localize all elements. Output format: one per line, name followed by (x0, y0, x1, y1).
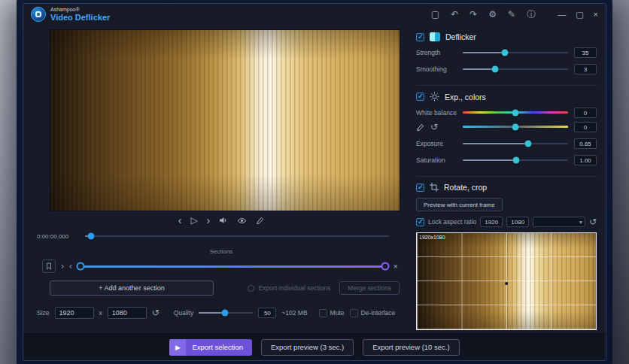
export-selection-button[interactable]: ▶ Export selection (169, 339, 252, 356)
next-frame-button[interactable]: › (207, 215, 211, 226)
remove-section-button[interactable]: × (394, 262, 398, 271)
crop-reset-icon[interactable]: ↺ (589, 217, 597, 226)
crop-width-input[interactable] (480, 217, 503, 227)
info-icon[interactable]: ⓘ (527, 10, 536, 19)
saturation-row: Saturation (416, 155, 597, 165)
mute-option[interactable]: Mute (319, 309, 345, 317)
section-start-handle[interactable] (77, 262, 85, 271)
titlebar: Ashampoo® Video Deflicker ▢ ↶ ↷ ⚙ ✎ ⓘ — … (23, 4, 606, 25)
main-content: ‹ ▷ › 0:00:00.000 Se (23, 25, 606, 333)
width-input[interactable] (55, 307, 94, 319)
redo-icon[interactable]: ↷ (469, 10, 477, 19)
exposure-row: Exposure (416, 138, 597, 149)
app-window: Ashampoo® Video Deflicker ▢ ↶ ↷ ⚙ ✎ ⓘ — … (23, 3, 606, 361)
tint-slider[interactable] (463, 123, 568, 132)
color-picker-icon[interactable] (256, 217, 264, 225)
export-selection-label: Export selection (192, 343, 243, 351)
strength-slider[interactable] (463, 48, 568, 57)
export-preview-10-button[interactable]: Export preview (10 sec.) (363, 339, 459, 356)
merge-sections-button[interactable]: Merge sections (339, 281, 400, 295)
quality-slider[interactable] (199, 308, 253, 317)
exposure-slider[interactable] (463, 139, 568, 148)
aspect-ratio-dropdown[interactable]: ▾ (533, 217, 585, 227)
white-balance-reset-icon[interactable]: ↺ (430, 123, 438, 132)
exposure-slider-handle[interactable] (524, 141, 531, 147)
saturation-value[interactable] (574, 155, 597, 165)
smoothing-slider[interactable] (463, 65, 568, 74)
white-balance-slider[interactable] (463, 108, 568, 117)
smoothing-row: Smoothing (416, 64, 597, 74)
volume-icon[interactable] (219, 217, 228, 224)
export-individual-option[interactable]: Export individual sections (248, 284, 330, 292)
smoothing-slider-handle[interactable] (492, 66, 499, 73)
aspect-ratio-row: Lock aspect ratio ▾ ↺ (416, 217, 597, 227)
left-column: ‹ ▷ › 0:00:00.000 Se (23, 25, 406, 333)
deinterlace-option[interactable]: De-interlace (350, 309, 396, 317)
tint-row: ↺ (416, 122, 597, 132)
tint-slider-handle[interactable] (512, 124, 519, 131)
minimize-button[interactable]: — (558, 11, 566, 19)
export-preview-3-button[interactable]: Export preview (3 sec.) (261, 339, 354, 356)
preview-current-frame-button[interactable]: Preview with current frame (416, 198, 503, 211)
timeline-slider[interactable] (85, 232, 389, 241)
deinterlace-checkbox[interactable] (350, 309, 358, 317)
appearance-icon[interactable]: ✎ (508, 10, 515, 19)
section-expand-left-icon[interactable]: ‹ (69, 262, 72, 271)
strength-slider-handle[interactable] (502, 50, 509, 56)
titlebar-actions: ▢ ↶ ↷ ⚙ ✎ ⓘ — ▢ × (431, 10, 598, 19)
undo-icon[interactable]: ↶ (451, 10, 458, 19)
divider (416, 85, 597, 86)
section-range-slider[interactable] (77, 261, 388, 271)
settings-gear-icon[interactable]: ⚙ (488, 10, 497, 19)
strength-value[interactable] (574, 47, 597, 58)
compare-eye-icon[interactable] (237, 217, 247, 224)
section-marker-button[interactable] (42, 259, 56, 273)
saturation-slider[interactable] (463, 156, 568, 165)
quality-value[interactable] (258, 308, 276, 318)
strength-row: Strength (416, 47, 597, 58)
lock-aspect-label: Lock aspect ratio (428, 218, 476, 226)
deflicker-header: Deflicker (416, 32, 597, 41)
crop-height-input[interactable] (506, 217, 529, 227)
tint-value[interactable] (574, 122, 597, 132)
section-expand-right-icon[interactable]: › (61, 262, 64, 271)
sections-title: Sections (37, 248, 406, 255)
quality-slider-handle[interactable] (221, 310, 228, 317)
pipette-icon[interactable] (416, 123, 424, 132)
deflicker-icon (430, 32, 440, 41)
size-reset-icon[interactable]: ↺ (152, 308, 160, 317)
add-section-button[interactable]: + Add another section (50, 281, 214, 296)
exp-colors-enable-checkbox[interactable] (416, 93, 424, 101)
quality-label: Quality (174, 309, 193, 317)
video-preview (50, 29, 400, 211)
timeline-slider-handle[interactable] (88, 233, 95, 240)
rotate-crop-header: Rotate, crop (416, 183, 597, 192)
mute-checkbox[interactable] (319, 309, 327, 317)
project-icon[interactable]: ▢ (431, 10, 439, 19)
play-button[interactable]: ▷ (190, 216, 197, 225)
white-balance-slider-handle[interactable] (512, 110, 519, 117)
saturation-slider-handle[interactable] (513, 157, 520, 164)
size-label: Size (37, 309, 50, 317)
height-input[interactable] (108, 307, 147, 319)
close-button[interactable]: × (594, 11, 598, 19)
white-balance-tools: ↺ (416, 123, 463, 132)
white-balance-value[interactable] (574, 108, 597, 118)
rotate-crop-title: Rotate, crop (444, 183, 487, 192)
mute-label: Mute (330, 309, 345, 317)
sun-icon (430, 92, 439, 102)
bookmark-icon (45, 262, 53, 270)
chevron-down-icon: ▾ (579, 219, 582, 226)
exposure-value[interactable] (574, 138, 597, 149)
exp-colors-header: Exp., colors (416, 92, 597, 102)
lock-aspect-checkbox[interactable] (416, 218, 424, 226)
crop-preview[interactable]: 1920x1080 (416, 232, 597, 330)
crop-grid (417, 233, 596, 329)
smoothing-value[interactable] (574, 64, 597, 74)
section-end-handle[interactable] (381, 262, 389, 271)
section-actions-row: + Add another section Export individual … (50, 281, 406, 296)
rotate-crop-enable-checkbox[interactable] (416, 184, 424, 192)
deflicker-enable-checkbox[interactable] (416, 33, 424, 41)
maximize-button[interactable]: ▢ (576, 11, 583, 19)
previous-frame-button[interactable]: ‹ (178, 215, 182, 226)
